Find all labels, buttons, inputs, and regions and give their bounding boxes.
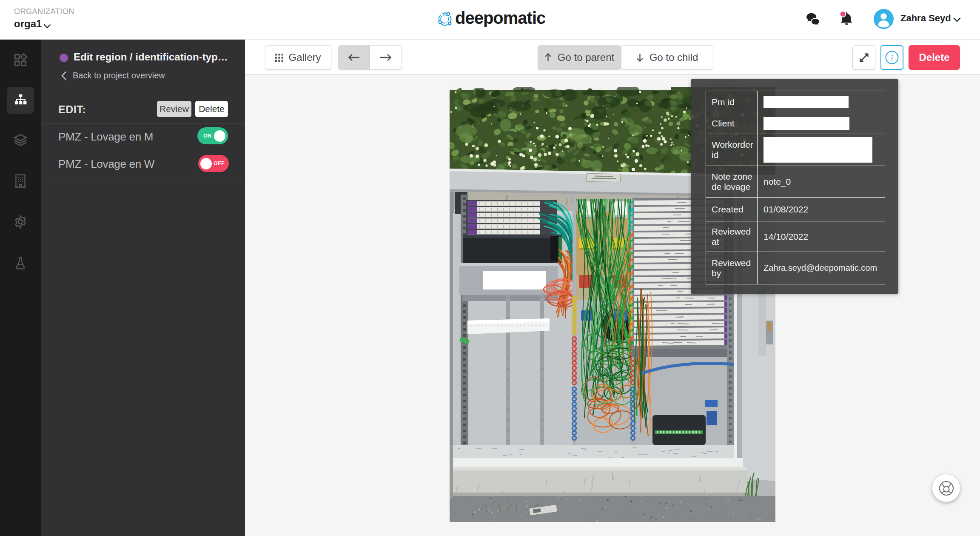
svg-text:i: i — [891, 53, 893, 62]
